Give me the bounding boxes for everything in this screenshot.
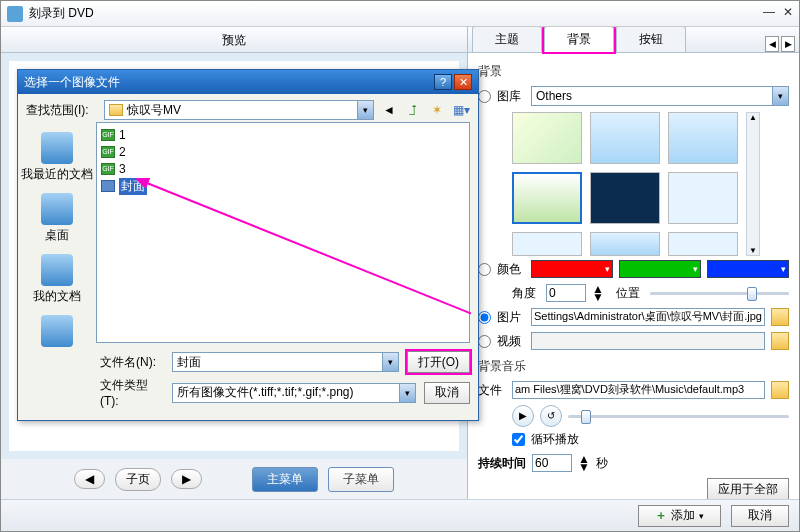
music-section-header: 背景音乐 xyxy=(478,358,789,375)
duration-label: 持续时间 xyxy=(478,455,526,472)
image-label: 图片 xyxy=(497,309,525,326)
filetype-label: 文件类型(T): xyxy=(100,377,164,408)
loop-checkbox[interactable] xyxy=(512,433,525,446)
library-label: 图库 xyxy=(497,88,525,105)
view-menu-icon[interactable]: ▦▾ xyxy=(452,101,470,119)
file-item[interactable]: GIF2 xyxy=(101,144,465,160)
browse-music-button[interactable] xyxy=(771,381,789,399)
pos-label: 位置 xyxy=(616,285,644,302)
subpage-button[interactable]: 子页 xyxy=(115,468,161,491)
tab-button[interactable]: 按钮 xyxy=(616,27,686,52)
tab-theme[interactable]: 主题 xyxy=(472,27,542,52)
duration-unit: 秒 xyxy=(596,455,608,472)
open-button[interactable]: 打开(O) xyxy=(407,351,470,373)
thumb-scrollbar[interactable] xyxy=(746,112,760,256)
place-mydocs[interactable]: 我的文档 xyxy=(31,250,83,309)
sub-menu-button[interactable]: 子菜单 xyxy=(328,467,394,492)
filetype-combo[interactable]: 所有图像文件(*.tiff;*.tif;*.gif;*.png)▾ xyxy=(172,383,416,403)
video-label: 视频 xyxy=(497,333,525,350)
volume-slider[interactable] xyxy=(568,408,789,424)
image-path-input[interactable]: Settings\Administrator\桌面\惊叹号MV\封面.jpg xyxy=(531,308,765,326)
video-path-input[interactable] xyxy=(531,332,765,350)
bg-thumb[interactable] xyxy=(668,112,738,164)
dialog-help-button[interactable]: ? xyxy=(434,74,452,90)
chevron-down-icon: ▾ xyxy=(382,353,398,371)
chevron-down-icon: ▾ xyxy=(399,384,415,402)
gif-icon: GIF xyxy=(101,163,115,175)
bg-thumb-selected[interactable] xyxy=(512,172,582,224)
preview-header: 预览 xyxy=(1,27,467,53)
close-button[interactable]: ✕ xyxy=(783,5,793,19)
angle-input[interactable] xyxy=(546,284,586,302)
angle-label: 角度 xyxy=(512,285,540,302)
folder-icon xyxy=(109,104,123,116)
spin-down-icon[interactable]: ▼ xyxy=(592,293,604,301)
gif-icon: GIF xyxy=(101,129,115,141)
place-recent[interactable]: 我最近的文档 xyxy=(19,128,95,187)
open-file-dialog: 选择一个图像文件 ? ✕ 查找范围(I): 惊叹号MV ▾ xyxy=(17,69,479,421)
radio-library[interactable] xyxy=(478,90,491,103)
stop-button[interactable]: ↺ xyxy=(540,405,562,427)
tabscroll-left[interactable]: ◀ xyxy=(765,36,779,52)
up-folder-icon[interactable]: ⮥ xyxy=(404,101,422,119)
chevron-down-icon: ▾ xyxy=(357,101,373,119)
music-path-input[interactable]: am Files\狸窝\DVD刻录软件\Music\default.mp3 xyxy=(512,381,765,399)
color-swatch-3[interactable]: ▾ xyxy=(707,260,789,278)
app-icon xyxy=(7,6,23,22)
tab-background[interactable]: 背景 xyxy=(544,27,614,52)
dialog-title: 选择一个图像文件 xyxy=(24,74,120,91)
bg-thumb[interactable] xyxy=(590,112,660,164)
library-combo[interactable]: Others▾ xyxy=(531,86,789,106)
pos-slider[interactable] xyxy=(650,285,789,301)
bg-thumb[interactable] xyxy=(512,112,582,164)
lookin-combo[interactable]: 惊叹号MV ▾ xyxy=(104,100,374,120)
footer-bar: ＋添加▾ 取消 xyxy=(1,499,799,531)
file-item-selected[interactable]: 封面 xyxy=(101,178,465,194)
place-mycomputer[interactable]: 我的电脑 xyxy=(31,311,83,347)
color-swatch-1[interactable]: ▾ xyxy=(531,260,613,278)
next-page-button[interactable]: ▶ xyxy=(171,469,202,489)
tab-bar: 主题 背景 按钮 ◀▶ xyxy=(468,27,799,53)
radio-image[interactable] xyxy=(478,311,491,324)
footer-cancel-button[interactable]: 取消 xyxy=(731,505,789,527)
back-icon[interactable]: ◄ xyxy=(380,101,398,119)
lookin-value: 惊叹号MV xyxy=(127,102,181,119)
apply-all-button[interactable]: 应用于全部 xyxy=(707,478,789,499)
lookin-label: 查找范围(I): xyxy=(26,102,98,119)
duration-input[interactable] xyxy=(532,454,572,472)
place-desktop[interactable]: 桌面 xyxy=(39,189,75,248)
browse-image-button[interactable] xyxy=(771,308,789,326)
browse-video-button[interactable] xyxy=(771,332,789,350)
places-bar: 我最近的文档 桌面 我的文档 我的电脑 网上邻居 xyxy=(18,122,96,347)
color-label: 颜色 xyxy=(497,261,525,278)
dialog-close-button[interactable]: ✕ xyxy=(454,74,472,90)
music-file-label: 文件 xyxy=(478,382,506,399)
radio-color[interactable] xyxy=(478,263,491,276)
add-button[interactable]: ＋添加▾ xyxy=(638,505,721,527)
image-icon xyxy=(101,180,115,192)
cancel-button[interactable]: 取消 xyxy=(424,382,470,404)
tabscroll-right[interactable]: ▶ xyxy=(781,36,795,52)
prev-page-button[interactable]: ◀ xyxy=(74,469,105,489)
main-menu-button[interactable]: 主菜单 xyxy=(252,467,318,492)
nav-controls: ◀ 子页 ▶ 主菜单 子菜单 xyxy=(1,459,467,499)
gif-icon: GIF xyxy=(101,146,115,158)
bg-thumb[interactable] xyxy=(668,172,738,224)
minimize-button[interactable]: — xyxy=(763,5,775,19)
bg-thumb[interactable] xyxy=(512,232,582,256)
loop-label: 循环播放 xyxy=(531,431,579,448)
bg-section-header: 背景 xyxy=(478,63,789,80)
radio-video[interactable] xyxy=(478,335,491,348)
bg-thumb[interactable] xyxy=(590,172,660,224)
bg-thumb[interactable] xyxy=(668,232,738,256)
file-item[interactable]: GIF3 xyxy=(101,161,465,177)
bg-thumb[interactable] xyxy=(590,232,660,256)
file-item[interactable]: GIF1 xyxy=(101,127,465,143)
play-button[interactable]: ▶ xyxy=(512,405,534,427)
color-swatch-2[interactable]: ▾ xyxy=(619,260,701,278)
spin-down-icon[interactable]: ▼ xyxy=(578,463,590,471)
filename-input[interactable]: 封面▾ xyxy=(172,352,399,372)
new-folder-icon[interactable]: ✶ xyxy=(428,101,446,119)
plus-icon: ＋ xyxy=(655,507,667,524)
file-list[interactable]: GIF1 GIF2 GIF3 封面 xyxy=(96,122,470,343)
